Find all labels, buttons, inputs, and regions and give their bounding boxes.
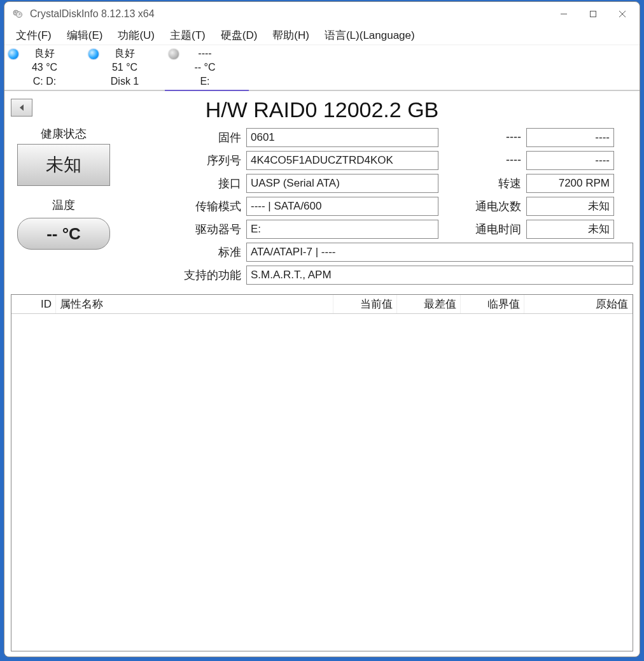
status-orb-icon [169, 49, 179, 59]
menu-theme[interactable]: 主题(T) [162, 26, 213, 45]
svg-point-3 [19, 13, 20, 15]
drive-tab-2[interactable]: ---- -- °C E: [165, 45, 245, 90]
temperature-label: 温度 [52, 197, 75, 213]
app-window: CrystalDiskInfo 8.12.13 x64 文件(F) 编辑(E) … [4, 1, 640, 657]
features-field: S.M.A.R.T., APM [246, 266, 633, 285]
drive-tab-0[interactable]: 良好 43 °C C: D: [4, 45, 85, 90]
right-label-0: ---- [470, 131, 526, 144]
drive-label: E: [165, 75, 245, 89]
menu-function[interactable]: 功能(U) [110, 26, 162, 45]
info-grid: 固件 0601 ---- ---- 序列号 4K4CO5F1ADUCZTRD4K… [122, 126, 633, 287]
left-status-column: 健康状态 未知 温度 -- °C [11, 126, 116, 287]
minimize-button[interactable] [549, 4, 578, 24]
poweron-count-value: 未知 [526, 197, 614, 216]
health-status-box[interactable]: 未知 [17, 144, 110, 186]
health-label: 健康状态 [41, 126, 87, 141]
interface-label: 接口 [122, 176, 246, 191]
rotation-label: 转速 [470, 176, 526, 191]
serial-field: 4K4CO5F1ADUCZTRD4KOK [246, 151, 438, 170]
th-current[interactable]: 当前值 [333, 295, 397, 313]
content-area: H/W RAID0 12002.2 GB 健康状态 未知 温度 -- °C 固件… [4, 91, 640, 657]
firmware-field: 0601 [246, 128, 438, 147]
poweron-hours-value: 未知 [526, 220, 614, 239]
smart-table[interactable]: ID 属性名称 当前值 最差值 临界值 原始值 [11, 294, 633, 651]
svg-marker-8 [20, 104, 24, 111]
serial-label: 序列号 [122, 153, 246, 168]
th-raw[interactable]: 原始值 [524, 295, 633, 313]
rotation-value: 7200 RPM [526, 174, 614, 193]
window-title: CrystalDiskInfo 8.12.13 x64 [30, 8, 549, 20]
interface-field: UASP (Serial ATA) [246, 174, 438, 193]
status-orb-icon [88, 49, 99, 59]
transfer-label: 传输模式 [122, 199, 246, 214]
standard-label: 标准 [122, 245, 246, 260]
th-threshold[interactable]: 临界值 [461, 295, 524, 313]
drive-letter-label: 驱动器号 [122, 222, 246, 237]
table-header-row: ID 属性名称 当前值 最差值 临界值 原始值 [11, 295, 633, 314]
th-attr-name[interactable]: 属性名称 [56, 295, 333, 313]
maximize-button[interactable] [578, 4, 608, 24]
transfer-field: ---- | SATA/600 [246, 197, 438, 216]
drive-temp: -- °C [165, 60, 245, 75]
menu-help[interactable]: 帮助(H) [265, 26, 317, 45]
menu-edit[interactable]: 编辑(E) [59, 26, 111, 45]
right-label-1: ---- [470, 153, 526, 167]
drive-temp: 51 °C [85, 60, 165, 75]
th-id[interactable]: ID [11, 295, 56, 313]
menubar: 文件(F) 编辑(E) 功能(U) 主题(T) 硬盘(D) 帮助(H) 语言(L… [4, 26, 640, 45]
firmware-label: 固件 [122, 130, 246, 145]
menu-file[interactable]: 文件(F) [8, 26, 59, 45]
right-value-1: ---- [526, 151, 614, 170]
standard-field: ATA/ATAPI-7 | ---- [246, 243, 633, 262]
right-value-0: ---- [526, 128, 614, 147]
drive-label: C: D: [4, 75, 85, 89]
drive-temp: 43 °C [4, 60, 85, 75]
disk-title: H/W RAID0 12002.2 GB [32, 97, 612, 122]
svg-point-1 [17, 12, 22, 18]
poweron-hours-label: 通电时间 [470, 222, 526, 237]
menu-disk[interactable]: 硬盘(D) [213, 26, 265, 45]
drive-selector-bar: 良好 43 °C C: D: 良好 51 °C Disk 1 ---- -- °… [4, 45, 640, 91]
temperature-box[interactable]: -- °C [17, 218, 110, 250]
close-button[interactable] [608, 4, 637, 24]
svg-point-2 [15, 11, 16, 13]
poweron-count-label: 通电次数 [470, 199, 526, 214]
drive-tab-1[interactable]: 良好 51 °C Disk 1 [85, 45, 165, 90]
th-worst[interactable]: 最差值 [397, 295, 461, 313]
nav-back-button[interactable] [11, 99, 32, 117]
menu-language[interactable]: 语言(L)(Language) [317, 26, 423, 45]
drive-label: Disk 1 [85, 75, 165, 89]
drive-letter-field: E: [246, 220, 438, 239]
status-orb-icon [8, 49, 18, 59]
features-label: 支持的功能 [122, 267, 246, 283]
svg-rect-5 [591, 11, 596, 17]
titlebar[interactable]: CrystalDiskInfo 8.12.13 x64 [4, 2, 640, 26]
app-icon [11, 7, 25, 21]
